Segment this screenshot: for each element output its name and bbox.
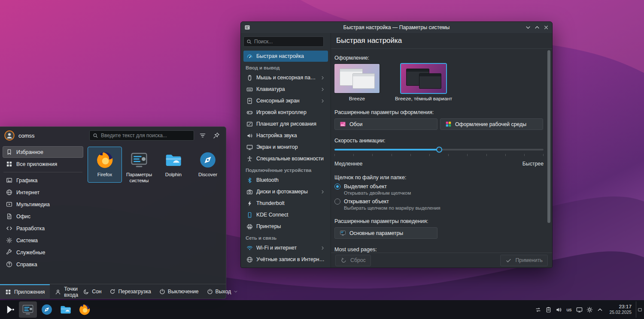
task-button[interactable] — [76, 301, 94, 318]
maximize-button[interactable] — [533, 24, 541, 31]
category-item[interactable]: Все приложения — [3, 158, 83, 170]
task-button[interactable] — [19, 301, 37, 318]
category-wrapper: Графика — [3, 172, 83, 186]
scrollbar-track[interactable] — [547, 50, 550, 251]
power-action[interactable]: Сон — [83, 289, 101, 295]
launcher-header: comss — [0, 127, 226, 144]
power-action[interactable]: Перезагрузка — [109, 289, 151, 295]
footer-tab[interactable]: Точки входа — [50, 284, 83, 298]
sidebar-section: Подключённые устройства Bluetooth — [243, 168, 328, 232]
behavior-settings-button[interactable]: Основные параметры — [334, 227, 437, 239]
radio-option: Выделяет объект Открывать двойным щелчко… — [334, 184, 544, 196]
sidebar-item[interactable]: Специальные возможности — [243, 153, 328, 164]
slider-handle[interactable] — [436, 147, 442, 153]
sidebar-item[interactable]: Thunderbolt — [243, 198, 328, 209]
pin-button[interactable] — [211, 130, 222, 141]
sidebar-item[interactable]: Диски и фотокамеры — [243, 186, 328, 197]
scrollbar-thumb[interactable] — [547, 50, 550, 223]
category-item[interactable]: Справка — [3, 259, 83, 270]
settings-search-input[interactable] — [254, 39, 321, 45]
system-icon — [6, 237, 12, 244]
app-tile[interactable]: Firefox — [88, 147, 122, 183]
minimize-button[interactable] — [524, 24, 532, 31]
sidebar-item[interactable]: Сенсорный экран — [243, 95, 328, 106]
sidebar-item[interactable]: Планшет для рисования — [243, 118, 328, 129]
sidebar-item[interactable]: KDE Connect — [243, 209, 328, 220]
chevron-right-icon — [320, 75, 325, 80]
radio-row[interactable]: Выделяет объект — [334, 184, 544, 190]
footer-tab[interactable]: Приложения — [0, 284, 50, 298]
category-item[interactable]: Служебные — [3, 247, 83, 258]
sidebar-item[interactable]: Игровой контроллер — [243, 107, 328, 118]
sound-icon — [246, 132, 253, 139]
bookmark-icon — [6, 149, 12, 155]
window-titlebar[interactable]: Быстрая настройка — Параметры системы — [241, 22, 552, 33]
category-wrapper: Система — [3, 235, 83, 246]
reset-button[interactable]: Сброс — [335, 255, 371, 266]
mouse-icon — [246, 75, 253, 81]
power-action[interactable]: Выход — [207, 289, 238, 295]
camera-icon — [246, 189, 253, 195]
launcher-search-field[interactable] — [89, 130, 194, 141]
sidebar-item[interactable]: Учётные записи в Интерне… — [243, 254, 328, 265]
category-item[interactable]: Интернет — [3, 187, 83, 198]
category-item[interactable]: Графика — [3, 175, 83, 186]
application-launcher-button[interactable] — [2, 301, 18, 318]
app-tile[interactable]: Discover — [191, 147, 225, 183]
logout-icon — [207, 289, 213, 295]
radio-description: Открывать двойным щелчком — [344, 190, 544, 196]
tray-item[interactable]: us — [564, 303, 574, 316]
user-avatar[interactable] — [4, 130, 15, 141]
window-title: Быстрая настройка — Параметры системы — [343, 24, 450, 30]
appearance-shortcut-button[interactable]: Обои — [334, 118, 437, 130]
animation-speed-slider[interactable] — [334, 147, 544, 157]
radio-row[interactable]: Открывает объект — [334, 199, 544, 205]
sidebar-item[interactable]: Wi-Fi и интернет — [243, 242, 328, 253]
close-button[interactable] — [542, 24, 550, 31]
chevron-right-icon — [320, 87, 325, 92]
radio-indicator[interactable] — [334, 184, 340, 190]
category-item[interactable]: Офис — [3, 211, 83, 222]
tray-item[interactable] — [553, 303, 564, 316]
theme-option[interactable]: Breeze, тёмный вариант — [395, 64, 452, 102]
tray-item[interactable] — [584, 303, 595, 316]
settings-search-field[interactable] — [243, 36, 324, 47]
tray-item[interactable] — [574, 303, 584, 316]
tablet-icon — [246, 121, 253, 127]
tray-item[interactable] — [533, 303, 543, 316]
app-tile[interactable]: Параметры системы — [122, 147, 156, 183]
sidebar-item[interactable]: Настройка звука — [243, 130, 328, 141]
launcher-search-input[interactable] — [101, 132, 191, 138]
show-desktop-button[interactable] — [636, 301, 642, 318]
sidebar-item[interactable]: Bluetooth — [243, 175, 328, 186]
configure-button[interactable] — [197, 130, 208, 141]
taskbar: us 23:17 25.02.2025 — [0, 300, 644, 319]
category-item[interactable]: Мультимедиа — [3, 199, 83, 210]
theme-option[interactable]: Breeze — [334, 64, 380, 102]
sidebar-item[interactable]: Быстрая настройка — [243, 51, 328, 62]
category-item[interactable]: Избранное — [3, 146, 83, 158]
task-button[interactable] — [38, 301, 56, 318]
appearance-shortcut-button[interactable]: Оформление рабочей среды — [440, 118, 543, 130]
wallpaper-icon — [340, 121, 346, 127]
radio-indicator[interactable] — [334, 199, 340, 205]
theme-colors-icon — [445, 121, 452, 127]
search-icon — [93, 133, 98, 138]
sidebar-item[interactable]: Мышь и сенсорная панель — [243, 72, 328, 83]
sidebar-item[interactable]: Экран и монитор — [243, 141, 328, 153]
sidebar-item[interactable]: Принтеры — [243, 221, 328, 232]
apply-button[interactable]: Применить — [500, 255, 548, 266]
discover-icon — [41, 304, 53, 316]
restart-icon — [109, 289, 115, 295]
digital-clock[interactable]: 23:17 25.02.2025 — [609, 304, 632, 316]
app-tile[interactable]: Dolphin — [156, 147, 191, 183]
tray-item[interactable] — [543, 303, 553, 316]
category-item[interactable]: Система — [3, 235, 83, 246]
overflow-menu-button[interactable] — [325, 36, 330, 47]
tray-item[interactable] — [595, 303, 605, 316]
task-button[interactable] — [57, 301, 75, 318]
category-item[interactable]: Разработка — [3, 223, 83, 234]
volume-icon — [556, 307, 562, 313]
sidebar-item[interactable]: Клавиатура — [243, 84, 328, 95]
power-action[interactable]: Выключение — [159, 289, 199, 295]
